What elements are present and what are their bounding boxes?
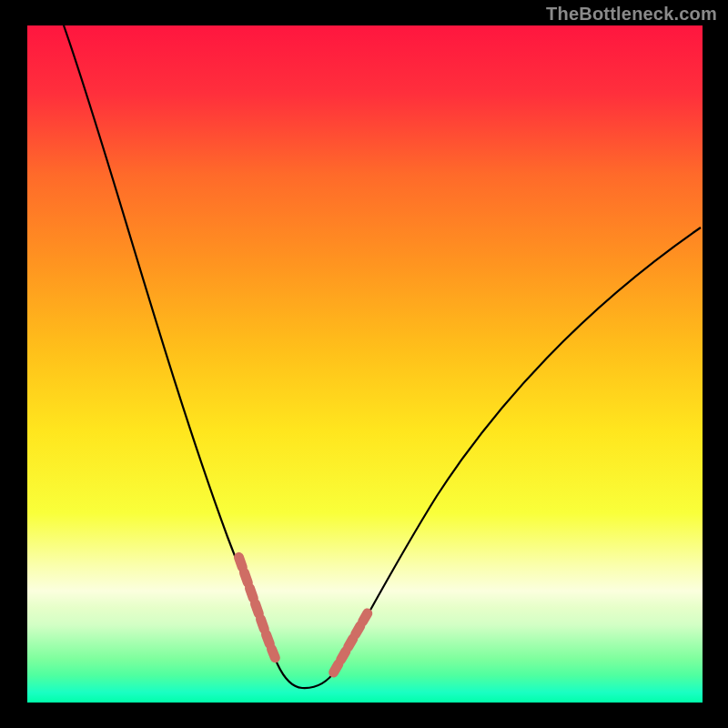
highlight-dash [356,626,360,634]
highlight-dash [255,603,258,613]
highlight-dash [244,572,248,582]
highlight-dash [363,613,368,622]
bottleneck-chart [0,0,728,728]
highlight-dash [238,557,242,567]
highlight-dash [260,619,264,629]
highlight-dash [266,634,269,643]
highlight-dash [334,664,339,672]
plot-background [27,25,703,703]
watermark-text: TheBottleneck.com [546,4,717,25]
highlight-dash [271,649,275,658]
highlight-dash [349,639,353,647]
chart-frame: TheBottleneck.com [0,0,728,728]
highlight-dash [249,588,253,598]
highlight-dash [341,652,346,660]
